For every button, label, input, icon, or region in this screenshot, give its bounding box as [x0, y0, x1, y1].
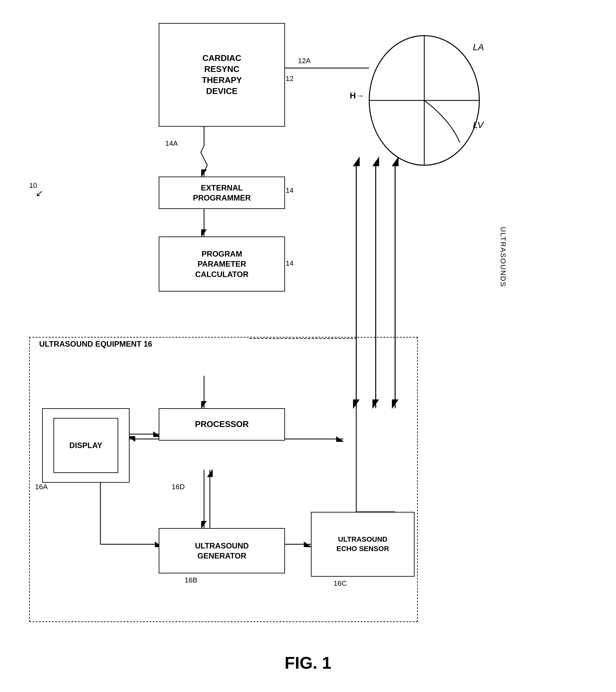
processor-box: PROCESSOR: [159, 408, 285, 440]
ref-12a: 12A: [298, 57, 311, 65]
ultrasound-generator-box: ULTRASOUND GENERATOR: [159, 528, 285, 574]
ultrasound-echo-sensor-box: ULTRASOUND ECHO SENSOR: [311, 512, 415, 577]
cardiac-device-box: CARDIAC RESYNC THERAPY DEVICE: [159, 23, 285, 127]
display-box-outer: DISPLAY: [42, 408, 130, 483]
system-ref-curve: ↙: [36, 188, 43, 199]
la-label: LA: [473, 42, 484, 52]
lv-label: LV: [473, 120, 484, 130]
figure-label: FIG. 1: [0, 653, 616, 673]
ultrasound-equipment-label: ULTRASOUND EQUIPMENT 16: [37, 340, 154, 349]
ref-14a: 14A: [165, 139, 178, 148]
ref-12: 12: [286, 74, 293, 83]
h-label: H→: [350, 91, 364, 101]
ref-16d: 16D: [172, 483, 184, 491]
ultrasounds-label: ULTRASOUNDS: [499, 227, 507, 287]
external-programmer-box: EXTERNAL PROGRAMMER: [159, 177, 285, 209]
ref-16a: 16A: [35, 483, 48, 491]
ref-14: 14: [286, 186, 293, 195]
ref-16c: 16C: [334, 579, 347, 588]
diagram-container: 10 ↙ CARDIAC RESYNC THERAPY DEVICE 12 12…: [0, 0, 616, 692]
ref-16b: 16B: [184, 576, 197, 584]
program-parameter-box: PROGRAM PARAMETER CALCULATOR: [159, 237, 285, 291]
ref-18: 14: [286, 259, 293, 267]
